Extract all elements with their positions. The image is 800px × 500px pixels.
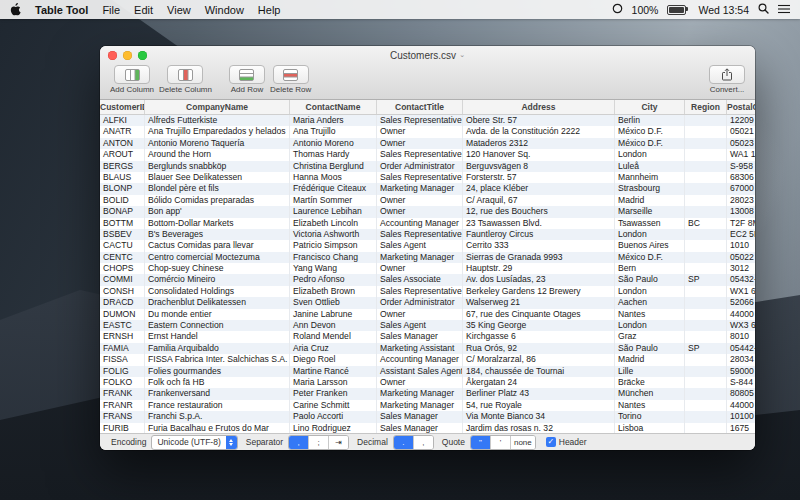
table-cell[interactable]: Luleå — [615, 161, 685, 172]
table-cell[interactable]: T2F 8M4 — [727, 218, 755, 229]
table-cell[interactable]: 44000 — [727, 400, 755, 411]
minimize-button[interactable] — [123, 51, 132, 60]
table-cell[interactable]: 44000 — [727, 309, 755, 320]
table-cell[interactable]: Owner — [377, 195, 463, 206]
table-cell[interactable]: 24, place Kléber — [463, 183, 615, 194]
table-cell[interactable]: Ana Trujillo Emparedados y helados — [145, 126, 290, 137]
add-column-button[interactable] — [114, 65, 150, 84]
table-cell[interactable]: Accounting Manager — [377, 218, 463, 229]
table-cell[interactable]: Sales Representative — [377, 172, 463, 183]
table-cell[interactable]: Sales Representative — [377, 115, 463, 126]
table-cell[interactable] — [685, 252, 727, 263]
table-cell[interactable]: Martín Sommer — [290, 195, 377, 206]
delete-column-button[interactable] — [167, 65, 203, 84]
table-row[interactable]: ANTONAntonio Moreno TaqueríaAntonio More… — [100, 138, 755, 149]
convert-button[interactable] — [709, 65, 745, 84]
table-cell[interactable]: 1010 — [727, 240, 755, 251]
table-cell[interactable]: FRANR — [100, 400, 145, 411]
table-cell[interactable]: Consolidated Holdings — [145, 286, 290, 297]
table-cell[interactable]: WX1 6LT — [727, 286, 755, 297]
table-row[interactable]: BONAPBon app'Laurence LebihanOwner12, ru… — [100, 206, 755, 217]
table-cell[interactable]: Maria Anders — [290, 115, 377, 126]
delete-row-button[interactable] — [273, 65, 309, 84]
table-cell[interactable]: ANATR — [100, 126, 145, 137]
table-cell[interactable]: Antonio Moreno — [290, 138, 377, 149]
apple-menu-icon[interactable] — [10, 3, 21, 16]
table-cell[interactable]: Sales Manager — [377, 411, 463, 422]
table-cell[interactable]: São Paulo — [615, 274, 685, 285]
column-header-city[interactable]: City — [615, 100, 685, 114]
table-cell[interactable]: Frédérique Citeaux — [290, 183, 377, 194]
table-cell[interactable]: 05023 — [727, 138, 755, 149]
menu-help[interactable]: Help — [258, 4, 281, 16]
table-cell[interactable]: London — [615, 149, 685, 160]
table-cell[interactable]: FURIB — [100, 423, 145, 433]
column-header-address[interactable]: Address — [463, 100, 615, 114]
table-row[interactable]: BSBEVB's BeveragesVictoria AshworthSales… — [100, 229, 755, 240]
table-cell[interactable]: BERGS — [100, 161, 145, 172]
table-row[interactable]: FOLKOFolk och fä HBMaria LarssonOwnerÅke… — [100, 377, 755, 388]
table-cell[interactable]: BOTTM — [100, 218, 145, 229]
table-row[interactable]: CHOPSChop-suey ChineseYang WangOwnerHaup… — [100, 263, 755, 274]
table-cell[interactable]: 23 Tsawassen Blvd. — [463, 218, 615, 229]
table-cell[interactable]: Bon app' — [145, 206, 290, 217]
table-cell[interactable]: Hauptstr. 29 — [463, 263, 615, 274]
table-row[interactable]: CONSHConsolidated HoldingsElizabeth Brow… — [100, 286, 755, 297]
table-cell[interactable]: Madrid — [615, 354, 685, 365]
table-cell[interactable] — [685, 172, 727, 183]
table-cell[interactable]: Bottom-Dollar Markets — [145, 218, 290, 229]
table-cell[interactable]: Marketing Assistant — [377, 343, 463, 354]
table-cell[interactable]: Berguvsvägen 8 — [463, 161, 615, 172]
table-cell[interactable]: Marketing Manager — [377, 183, 463, 194]
table-cell[interactable]: Centro comercial Moctezuma — [145, 252, 290, 263]
table-cell[interactable]: Fauntleroy Circus — [463, 229, 615, 240]
table-cell[interactable]: Laurence Lebihan — [290, 206, 377, 217]
table-cell[interactable]: Accounting Manager — [377, 354, 463, 365]
table-cell[interactable]: Hanna Moos — [290, 172, 377, 183]
table-cell[interactable] — [685, 366, 727, 377]
table-cell[interactable]: 59000 — [727, 366, 755, 377]
table-cell[interactable]: Folk och fä HB — [145, 377, 290, 388]
app-menu-title[interactable]: Table Tool — [35, 4, 88, 16]
table-cell[interactable]: Sales Representative — [377, 229, 463, 240]
table-cell[interactable]: 05442-030 — [727, 343, 755, 354]
table-cell[interactable]: CHOPS — [100, 263, 145, 274]
table-cell[interactable]: Paolo Accorti — [290, 411, 377, 422]
column-header-contacttitle[interactable]: ContactTitle — [377, 100, 463, 114]
table-row[interactable]: BERGSBerglunds snabbköpChristina Berglun… — [100, 161, 755, 172]
table-cell[interactable]: AROUT — [100, 149, 145, 160]
table-cell[interactable]: C/ Moralzarzal, 86 — [463, 354, 615, 365]
quote-option-singlequote[interactable]: ' — [491, 436, 511, 449]
table-cell[interactable]: Forsterstr. 57 — [463, 172, 615, 183]
table-cell[interactable]: EASTC — [100, 320, 145, 331]
table-cell[interactable]: Sales Agent — [377, 320, 463, 331]
table-cell[interactable]: Around the Horn — [145, 149, 290, 160]
menu-window[interactable]: Window — [205, 4, 244, 16]
table-cell[interactable]: Madrid — [615, 195, 685, 206]
table-cell[interactable]: Diego Roel — [290, 354, 377, 365]
table-cell[interactable]: Janine Labrune — [290, 309, 377, 320]
table-cell[interactable]: 52066 — [727, 297, 755, 308]
column-header-region[interactable]: Region — [685, 100, 727, 114]
table-cell[interactable]: Marseille — [615, 206, 685, 217]
table-row[interactable]: COMMIComércio MineiroPedro AfonsoSales A… — [100, 274, 755, 285]
table-cell[interactable] — [685, 115, 727, 126]
table-cell[interactable] — [685, 138, 727, 149]
table-cell[interactable]: SP — [685, 343, 727, 354]
table-cell[interactable]: Owner — [377, 126, 463, 137]
table-cell[interactable]: Order Administrator — [377, 161, 463, 172]
table-cell[interactable]: Roland Mendel — [290, 331, 377, 342]
battery-icon[interactable] — [667, 5, 686, 15]
table-cell[interactable]: COMMI — [100, 274, 145, 285]
table-cell[interactable]: Marketing Manager — [377, 252, 463, 263]
table-cell[interactable]: 3012 — [727, 263, 755, 274]
table-cell[interactable]: Marketing Manager — [377, 388, 463, 399]
menu-file[interactable]: File — [102, 4, 120, 16]
table-cell[interactable]: 12, rue des Bouchers — [463, 206, 615, 217]
table-cell[interactable]: CACTU — [100, 240, 145, 251]
table-row[interactable]: ERNSHErnst HandelRoland MendelSales Mana… — [100, 331, 755, 342]
table-row[interactable]: FISSAFISSA Fabrica Inter. Salchichas S.A… — [100, 354, 755, 365]
table-cell[interactable]: Obere Str. 57 — [463, 115, 615, 126]
table-row[interactable]: CACTUCactus Comidas para llevarPatricio … — [100, 240, 755, 251]
table-cell[interactable]: Chop-suey Chinese — [145, 263, 290, 274]
